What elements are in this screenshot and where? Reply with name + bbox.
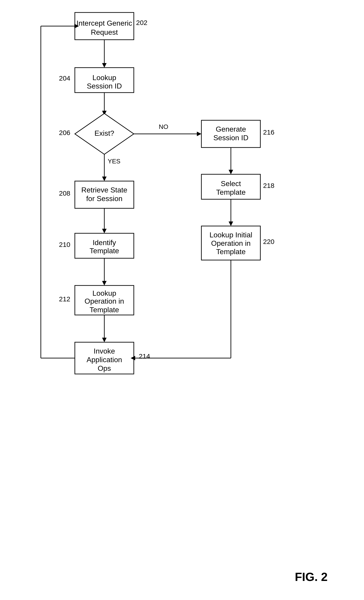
node-208-ref: 208 [59, 189, 70, 197]
arrowhead-216-218 [229, 170, 233, 174]
node-212-ref: 212 [59, 295, 70, 303]
node-212-label3: Template [90, 306, 119, 314]
node-210-label2: Template [90, 247, 119, 255]
node-220-label: Lookup Initial [209, 231, 252, 239]
arrowhead-206-208 [102, 177, 107, 181]
node-214-ref: 214 [139, 352, 150, 360]
node-218-label: Select [221, 179, 241, 188]
arrowhead-212-214 [102, 338, 107, 342]
fig-label: FIG. 2 [295, 570, 328, 583]
node-202-label: Intercept Generic [76, 19, 132, 27]
node-204-label: Lookup [92, 74, 116, 82]
arrowhead-202-204 [102, 63, 107, 68]
node-204-label2: Session ID [87, 82, 122, 90]
branch-yes-label: YES [108, 158, 120, 165]
node-216-ref: 216 [263, 128, 274, 136]
node-208-label: Retrieve State [82, 186, 127, 194]
arrowhead-218-220 [229, 222, 233, 226]
node-220-ref: 220 [263, 238, 274, 245]
node-210-ref: 210 [59, 241, 70, 248]
arrowhead-210-212 [102, 281, 107, 285]
node-216-label2: Session ID [213, 134, 249, 142]
node-214-label3: Ops [98, 364, 111, 372]
arrowhead-206-216 [197, 132, 201, 136]
node-212-label: Lookup [92, 289, 116, 297]
node-214-label: Invoke [94, 347, 115, 355]
node-202-ref: 202 [136, 19, 147, 26]
arrowhead-208-210 [102, 229, 107, 233]
node-212-label2: Operation in [85, 297, 124, 305]
node-204-ref: 204 [59, 75, 70, 82]
node-216-label: Generate [216, 125, 246, 133]
node-220-label3: Template [216, 248, 246, 256]
node-218-label2: Template [216, 188, 246, 196]
node-220-label2: Operation in [211, 239, 251, 247]
node-210-label: Identify [92, 238, 116, 247]
node-206-label: Exist? [94, 129, 114, 137]
node-218-ref: 218 [263, 182, 274, 189]
node-202-label2: Request [91, 28, 118, 36]
node-206-ref: 206 [59, 129, 70, 136]
branch-no-label: NO [159, 123, 168, 130]
diagram-container: Intercept Generic Request 202 Lookup Ses… [0, 0, 364, 600]
node-208-label2: for Session [86, 195, 122, 203]
node-214-label2: Application [87, 356, 122, 364]
